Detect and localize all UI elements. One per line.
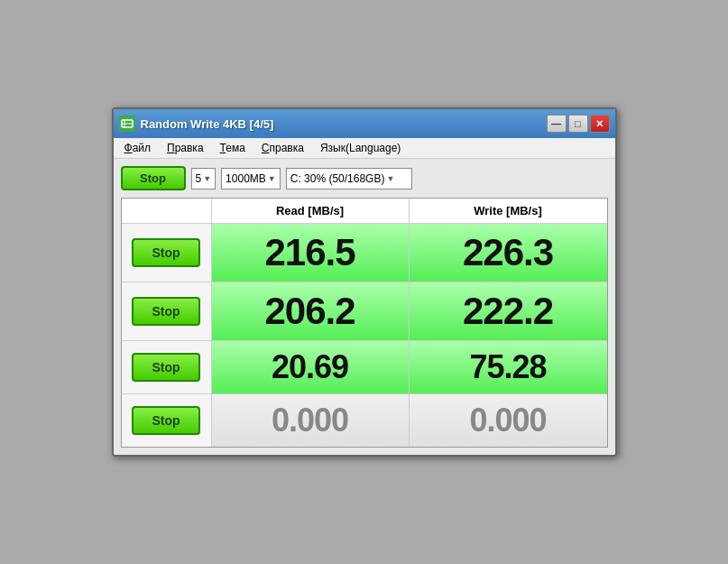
title-bar-left: Random Write 4KB [4/5] bbox=[119, 116, 274, 132]
table-row: Stop 216.5 226.3 bbox=[122, 224, 607, 282]
menu-help[interactable]: Справка bbox=[254, 140, 311, 156]
header-write: Write [MB/s] bbox=[410, 199, 607, 223]
title-bar: Random Write 4KB [4/5] — □ ✕ bbox=[114, 109, 615, 138]
drive-value: C: 30% (50/168GB) bbox=[290, 172, 385, 185]
stop-cell-1: Stop bbox=[122, 224, 212, 282]
title-buttons: — □ ✕ bbox=[547, 115, 610, 133]
read-text-4: 0.000 bbox=[272, 402, 348, 439]
close-button[interactable]: ✕ bbox=[590, 115, 610, 133]
menu-theme[interactable]: Тема bbox=[213, 140, 253, 156]
drive-select[interactable]: C: 30% (50/168GB) ▼ bbox=[286, 168, 412, 190]
grid-header: Read [MB/s] Write [MB/s] bbox=[122, 199, 607, 224]
write-text-3: 75.28 bbox=[469, 348, 546, 386]
stop-button-4[interactable]: Stop bbox=[132, 406, 200, 435]
window-title: Random Write 4KB [4/5] bbox=[141, 117, 274, 131]
read-value-3: 20.69 bbox=[212, 341, 410, 393]
stop-cell-3: Stop bbox=[122, 341, 212, 393]
toolbar: Stop 5 ▼ 1000MB ▼ C: 30% (50/168GB) ▼ bbox=[121, 166, 608, 190]
app-window: Random Write 4KB [4/5] — □ ✕ Файл Правка… bbox=[112, 107, 617, 457]
read-text-2: 206.2 bbox=[264, 290, 355, 333]
menu-bar: Файл Правка Тема Справка Язык(Language) bbox=[114, 138, 615, 159]
read-value-4: 0.000 bbox=[212, 394, 410, 447]
stop-button-2[interactable]: Stop bbox=[132, 297, 200, 326]
size-select[interactable]: 1000MB ▼ bbox=[221, 168, 281, 190]
data-grid: Read [MB/s] Write [MB/s] Stop 216.5 226.… bbox=[121, 198, 608, 448]
toolbar-stop-button[interactable]: Stop bbox=[121, 166, 186, 190]
count-select[interactable]: 5 ▼ bbox=[191, 168, 217, 190]
size-value: 1000MB bbox=[226, 172, 266, 185]
header-read: Read [MB/s] bbox=[212, 199, 410, 223]
read-value-2: 206.2 bbox=[212, 282, 410, 340]
menu-edit[interactable]: Правка bbox=[160, 140, 211, 156]
stop-cell-4: Stop bbox=[122, 394, 212, 447]
minimize-button[interactable]: — bbox=[547, 115, 567, 133]
count-value: 5 bbox=[196, 172, 202, 185]
read-text-1: 216.5 bbox=[264, 231, 355, 274]
menu-file[interactable]: Файл bbox=[117, 140, 159, 156]
menu-language[interactable]: Язык(Language) bbox=[313, 140, 408, 156]
main-content: Stop 5 ▼ 1000MB ▼ C: 30% (50/168GB) ▼ Re… bbox=[114, 159, 615, 455]
stop-cell-2: Stop bbox=[122, 282, 212, 340]
write-value-1: 226.3 bbox=[410, 224, 607, 282]
table-row: Stop 0.000 0.000 bbox=[122, 394, 607, 447]
write-text-4: 0.000 bbox=[469, 402, 546, 439]
app-icon bbox=[119, 116, 135, 132]
read-value-1: 216.5 bbox=[212, 224, 410, 282]
table-row: Stop 206.2 222.2 bbox=[122, 282, 607, 341]
maximize-button[interactable]: □ bbox=[568, 115, 588, 133]
write-value-3: 75.28 bbox=[410, 341, 607, 393]
table-row: Stop 20.69 75.28 bbox=[122, 341, 607, 394]
write-value-4: 0.000 bbox=[410, 394, 607, 447]
size-arrow-icon: ▼ bbox=[268, 174, 276, 183]
write-text-2: 222.2 bbox=[463, 290, 553, 333]
write-value-2: 222.2 bbox=[410, 282, 607, 340]
stop-button-1[interactable]: Stop bbox=[132, 238, 200, 267]
drive-arrow-icon: ▼ bbox=[386, 174, 394, 183]
write-text-1: 226.3 bbox=[463, 231, 553, 274]
stop-button-3[interactable]: Stop bbox=[132, 353, 200, 382]
count-arrow-icon: ▼ bbox=[203, 174, 211, 183]
header-empty bbox=[122, 199, 212, 223]
read-text-3: 20.69 bbox=[272, 348, 348, 386]
